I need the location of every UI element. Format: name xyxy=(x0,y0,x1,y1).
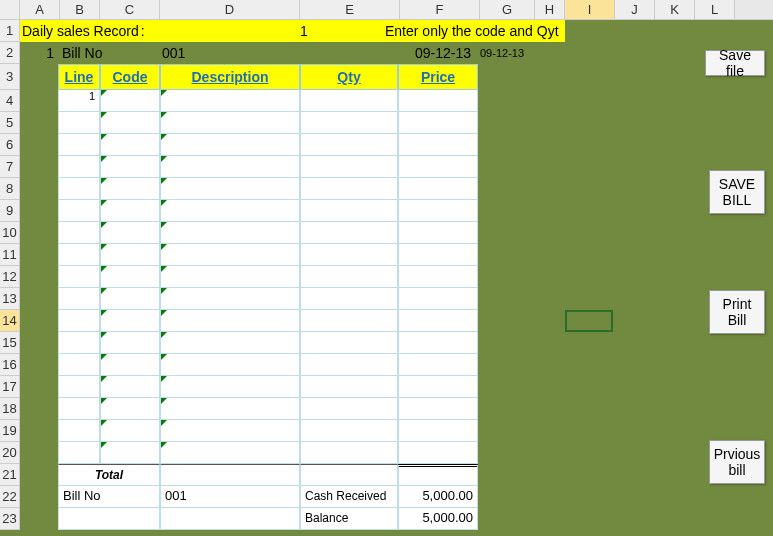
th-line[interactable]: Line xyxy=(58,64,100,90)
row-header[interactable]: 11 xyxy=(0,244,20,266)
col-header-K[interactable]: K xyxy=(655,0,695,19)
save-bill-line2: BILL xyxy=(723,192,752,208)
table-row[interactable] xyxy=(58,288,478,310)
total-value xyxy=(398,464,478,486)
grid-area[interactable]: Daily sales Record : 1 Enter only the co… xyxy=(20,20,773,536)
bill-index: 1 xyxy=(20,45,58,61)
cash-received-label: Cash Received xyxy=(300,486,398,508)
billno-value: 001 xyxy=(162,45,185,61)
cash-received-value: 5,000.00 xyxy=(398,486,478,508)
date-value: 09-12-13 xyxy=(415,45,471,61)
col-header-F[interactable]: F xyxy=(400,0,480,19)
cell-code[interactable] xyxy=(100,90,160,112)
col-header-G[interactable]: G xyxy=(480,0,535,19)
row-header[interactable]: 20 xyxy=(0,442,20,464)
table-row[interactable] xyxy=(58,134,478,156)
table-row[interactable] xyxy=(58,266,478,288)
row-header[interactable]: 6 xyxy=(0,134,20,156)
corner-cell[interactable] xyxy=(0,0,20,19)
col-header-A[interactable]: A xyxy=(20,0,60,19)
row-header[interactable]: 7 xyxy=(0,156,20,178)
row-header[interactable]: 13 xyxy=(0,288,20,310)
print-bill-line2: Bill xyxy=(728,312,747,328)
row-header[interactable]: 8 xyxy=(0,178,20,200)
bill-header-row: 1 Bill No 001 09-12-13 09-12-13 xyxy=(20,42,565,64)
banner-title: Daily sales Record xyxy=(20,23,139,39)
billno-label: Bill No xyxy=(58,45,102,61)
row-header[interactable]: 19 xyxy=(0,420,20,442)
col-header-I[interactable]: I xyxy=(565,0,615,19)
table-body: 1 xyxy=(58,90,478,464)
selected-cell xyxy=(565,310,613,332)
row-header[interactable]: 5 xyxy=(0,112,20,134)
banner-hint: Enter only the code and Qyt xyxy=(385,23,559,39)
table-row[interactable] xyxy=(58,244,478,266)
row-header[interactable]: 12 xyxy=(0,266,20,288)
row-header[interactable]: 21 xyxy=(0,464,20,486)
row-header[interactable]: 2 xyxy=(0,42,20,64)
column-headers: A B C D E F G H I J K L xyxy=(0,0,773,20)
balance-label: Balance xyxy=(300,508,398,530)
row-headers: 1 2 3 4 5 6 7 8 9 10 11 12 13 14 15 16 1… xyxy=(0,20,20,530)
table-row[interactable] xyxy=(58,398,478,420)
save-bill-line1: SAVE xyxy=(719,176,755,192)
date-value-2: 09-12-13 xyxy=(480,47,524,59)
banner-number: 1 xyxy=(300,23,308,39)
table-row[interactable] xyxy=(58,310,478,332)
row-header[interactable]: 16 xyxy=(0,354,20,376)
footer-row-2: Balance 5,000.00 xyxy=(58,508,478,530)
cell-desc[interactable] xyxy=(160,90,300,112)
cell-price[interactable] xyxy=(398,90,478,112)
total-label: Total xyxy=(58,464,160,486)
spreadsheet: A B C D E F G H I J K L 1 2 3 4 5 6 7 8 … xyxy=(0,0,773,536)
table-row[interactable] xyxy=(58,156,478,178)
table-header: Line Code Description Qty Price xyxy=(58,64,478,90)
col-header-J[interactable]: J xyxy=(615,0,655,19)
save-bill-button[interactable]: SAVE BILL xyxy=(709,170,765,214)
th-code[interactable]: Code xyxy=(100,64,160,90)
row-header[interactable]: 14 xyxy=(0,310,20,332)
table-row[interactable]: 1 xyxy=(58,90,478,112)
row-header[interactable]: 1 xyxy=(0,20,20,42)
col-header-L[interactable]: L xyxy=(695,0,735,19)
row-header[interactable]: 3 xyxy=(0,64,20,90)
table-row[interactable] xyxy=(58,200,478,222)
footer-billno-label: Bill No xyxy=(58,486,160,508)
table-row[interactable] xyxy=(58,354,478,376)
table-row[interactable] xyxy=(58,442,478,464)
row-header[interactable]: 18 xyxy=(0,398,20,420)
row-header[interactable]: 10 xyxy=(0,222,20,244)
th-qty[interactable]: Qty xyxy=(300,64,398,90)
footer-billno-value: 001 xyxy=(160,486,300,508)
previous-bill-line1: Prvious xyxy=(714,446,761,462)
table-row[interactable] xyxy=(58,420,478,442)
cell-qty[interactable] xyxy=(300,90,398,112)
sales-table: Line Code Description Qty Price 1 xyxy=(58,64,478,530)
cell-line[interactable]: 1 xyxy=(58,90,100,112)
total-row: Total xyxy=(58,464,478,486)
col-header-C[interactable]: C xyxy=(100,0,160,19)
row-header[interactable]: 4 xyxy=(0,90,20,112)
table-row[interactable] xyxy=(58,332,478,354)
footer-row-1: Bill No 001 Cash Received 5,000.00 xyxy=(58,486,478,508)
col-header-H[interactable]: H xyxy=(535,0,565,19)
print-bill-line1: Print xyxy=(723,296,752,312)
table-row[interactable] xyxy=(58,112,478,134)
col-header-D[interactable]: D xyxy=(160,0,300,19)
save-file-button[interactable]: Save file xyxy=(705,50,765,76)
col-header-E[interactable]: E xyxy=(300,0,400,19)
row-header[interactable]: 17 xyxy=(0,376,20,398)
row-header[interactable]: 15 xyxy=(0,332,20,354)
th-description[interactable]: Description xyxy=(160,64,300,90)
previous-bill-button[interactable]: Prvious bill xyxy=(709,440,765,484)
row-header[interactable]: 22 xyxy=(0,486,20,508)
previous-bill-line2: bill xyxy=(728,462,745,478)
col-header-B[interactable]: B xyxy=(60,0,100,19)
table-row[interactable] xyxy=(58,222,478,244)
row-header[interactable]: 23 xyxy=(0,508,20,530)
print-bill-button[interactable]: Print Bill xyxy=(709,290,765,334)
row-header[interactable]: 9 xyxy=(0,200,20,222)
table-row[interactable] xyxy=(58,178,478,200)
th-price[interactable]: Price xyxy=(398,64,478,90)
table-row[interactable] xyxy=(58,376,478,398)
